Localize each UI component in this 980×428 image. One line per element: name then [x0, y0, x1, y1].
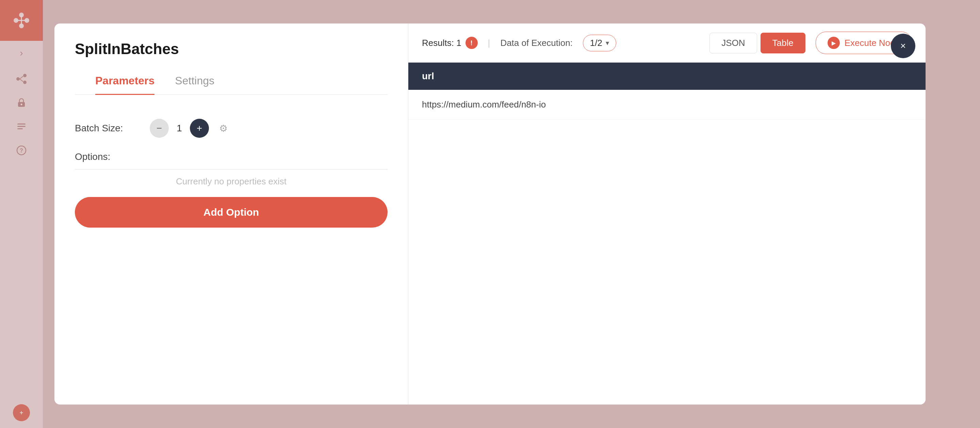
options-section: Options: Currently no properties exist A… — [75, 151, 388, 228]
minus-icon: − — [156, 123, 162, 134]
close-icon: × — [900, 40, 906, 51]
table-view-button[interactable]: Table — [760, 33, 805, 53]
results-text: Results: 1 ! — [422, 37, 478, 49]
table-content: url https://medium.com/feed/n8n-io — [408, 63, 926, 404]
view-toggle: JSON Table — [710, 33, 805, 53]
json-view-button[interactable]: JSON — [710, 33, 757, 53]
batch-size-increment-button[interactable]: + — [190, 119, 209, 138]
no-properties-text: Currently no properties exist — [75, 176, 388, 187]
separator: | — [488, 38, 490, 48]
right-panel: Results: 1 ! | Data of Execution: 1/2 ▾ … — [408, 24, 926, 404]
plus-icon: + — [197, 123, 202, 134]
table-row: https://medium.com/feed/n8n-io — [408, 90, 926, 120]
batch-size-value: 1 — [174, 123, 185, 134]
play-icon: ▶ — [827, 37, 840, 49]
gear-icon: ⚙ — [219, 123, 228, 134]
data-execution-label: Data of Execution: — [500, 38, 572, 48]
left-panel-header: SplitInBatches Parameters Settings — [54, 24, 408, 102]
tab-parameters[interactable]: Parameters — [95, 68, 154, 95]
add-option-button[interactable]: Add Option — [75, 197, 388, 228]
batch-size-label: Batch Size: — [75, 123, 143, 134]
tab-bar: Parameters Settings — [75, 68, 388, 95]
node-title: SplitInBatches — [75, 40, 388, 57]
modal-overlay: × SplitInBatches Parameters Settings Bat… — [0, 0, 980, 428]
batch-size-row: Batch Size: − 1 + ⚙ — [75, 119, 388, 138]
close-button[interactable]: × — [891, 34, 915, 58]
info-icon: ! — [466, 37, 478, 49]
options-label: Options: — [75, 151, 388, 162]
batch-size-settings-button[interactable]: ⚙ — [215, 119, 232, 137]
chevron-down-icon: ▾ — [606, 39, 609, 47]
batch-size-control: − 1 + ⚙ — [150, 119, 232, 138]
table-header-url: url — [408, 63, 926, 90]
results-count: Results: 1 — [422, 38, 461, 48]
options-divider — [75, 169, 388, 169]
modal-body: SplitInBatches Parameters Settings Batch… — [54, 24, 926, 404]
modal-dialog: × SplitInBatches Parameters Settings Bat… — [54, 24, 926, 404]
right-panel-topbar: Results: 1 ! | Data of Execution: 1/2 ▾ … — [408, 24, 926, 63]
tab-settings[interactable]: Settings — [175, 68, 215, 95]
left-panel: SplitInBatches Parameters Settings Batch… — [54, 24, 408, 404]
parameters-content: Batch Size: − 1 + ⚙ — [54, 102, 408, 404]
execution-dropdown[interactable]: 1/2 ▾ — [583, 35, 616, 51]
batch-size-decrement-button[interactable]: − — [150, 119, 169, 138]
execution-value: 1/2 — [590, 38, 602, 48]
